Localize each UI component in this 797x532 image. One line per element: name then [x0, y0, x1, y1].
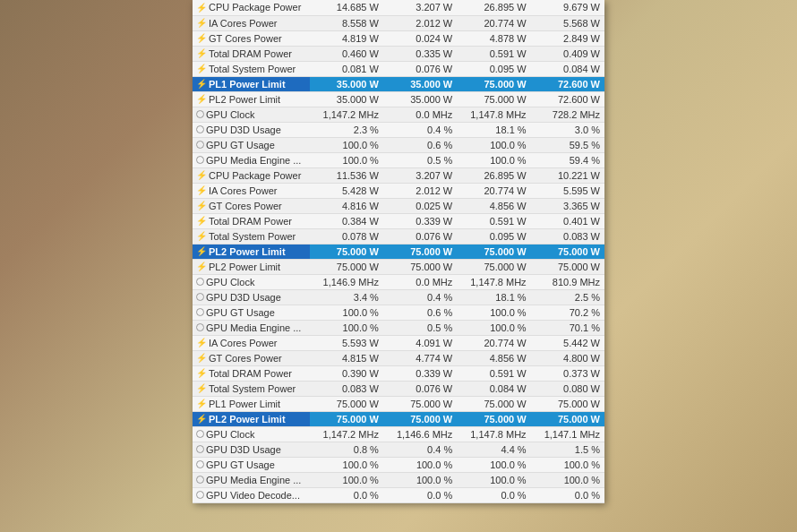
row-label: GPU GT Usage: [206, 307, 275, 318]
value-cell: 0.4 %: [383, 289, 457, 305]
table-row: ⚡IA Cores Power5.428 W2.012 W20.774 W5.5…: [193, 183, 604, 198]
label-cell: GPU Media Engine ...: [193, 152, 310, 167]
value-cell: 0.080 W: [531, 381, 604, 396]
label-cell: GPU Media Engine ...: [193, 472, 310, 487]
table-row: ⚡GT Cores Power4.819 W0.024 W4.878 W2.84…: [193, 30, 604, 46]
circle-icon: [196, 156, 204, 164]
circle-icon: [196, 476, 204, 484]
value-cell: 59.4 %: [531, 152, 604, 167]
circle-icon: [196, 323, 204, 331]
table-row: ⚡GT Cores Power4.816 W0.025 W4.856 W3.36…: [193, 198, 604, 213]
lightning-icon: ⚡: [196, 79, 207, 89]
value-cell: 0.339 W: [383, 365, 457, 381]
value-cell: 0.6 %: [383, 137, 457, 152]
value-cell: 0.591 W: [457, 46, 530, 61]
table-row: ⚡IA Cores Power5.593 W4.091 W20.774 W5.4…: [193, 335, 604, 350]
label-cell: ⚡PL2 Power Limit: [193, 244, 310, 259]
label-cell: ⚡Total DRAM Power: [193, 365, 310, 381]
table-row: GPU GT Usage100.0 %0.6 %100.0 %70.2 %: [193, 305, 604, 320]
value-cell: 75.000 W: [457, 396, 530, 411]
value-cell: 4.091 W: [383, 335, 457, 350]
value-cell: 18.1 %: [457, 289, 530, 305]
value-cell: 35.000 W: [310, 76, 383, 91]
value-cell: 1,147.8 MHz: [457, 107, 530, 122]
value-cell: 0.0 MHz: [383, 274, 457, 289]
label-cell: ⚡Total DRAM Power: [193, 46, 310, 61]
data-table: ⚡CPU Package Power14.685 W3.207 W26.895 …: [193, 0, 604, 503]
value-cell: 100.0 %: [457, 152, 530, 167]
value-cell: 2.849 W: [531, 30, 604, 46]
lightning-icon: ⚡: [196, 383, 207, 393]
row-label: GT Cores Power: [209, 353, 282, 364]
value-cell: 1,146.9 MHz: [310, 274, 383, 289]
value-cell: 0.0 %: [457, 487, 530, 502]
label-cell: ⚡PL2 Power Limit: [193, 91, 310, 107]
value-cell: 75.000 W: [531, 396, 604, 411]
circle-icon: [196, 491, 204, 499]
value-cell: 0.024 W: [383, 30, 457, 46]
value-cell: 14.685 W: [310, 0, 383, 15]
data-table-container: ⚡CPU Package Power14.685 W3.207 W26.895 …: [193, 0, 604, 503]
value-cell: 3.207 W: [383, 0, 457, 15]
value-cell: 0.335 W: [383, 46, 457, 61]
row-label: PL2 Power Limit: [209, 246, 286, 257]
value-cell: 1,147.1 MHz: [531, 426, 604, 442]
value-cell: 75.000 W: [310, 411, 383, 426]
row-label: Total DRAM Power: [209, 48, 292, 59]
value-cell: 0.076 W: [383, 381, 457, 396]
value-cell: 26.895 W: [457, 167, 530, 183]
value-cell: 0.0 %: [531, 487, 604, 502]
value-cell: 4.856 W: [457, 350, 530, 365]
value-cell: 75.000 W: [457, 411, 530, 426]
value-cell: 5.442 W: [531, 335, 604, 350]
value-cell: 3.365 W: [531, 198, 604, 213]
label-cell: ⚡IA Cores Power: [193, 335, 310, 350]
table-row: ⚡Total DRAM Power0.460 W0.335 W0.591 W0.…: [193, 46, 604, 61]
value-cell: 72.600 W: [531, 76, 604, 91]
row-label: GPU Media Engine ...: [206, 475, 301, 485]
label-cell: GPU Clock: [193, 274, 310, 289]
value-cell: 100.0 %: [457, 472, 530, 487]
row-label: PL2 Power Limit: [209, 414, 286, 425]
row-label: GPU D3D Usage: [206, 444, 281, 455]
row-label: GT Cores Power: [209, 201, 282, 211]
row-label: GPU Clock: [206, 277, 254, 287]
row-label: GPU Video Decode...: [206, 490, 300, 501]
table-row: ⚡PL1 Power Limit35.000 W35.000 W75.000 W…: [193, 76, 604, 91]
row-label: PL1 Power Limit: [209, 79, 286, 90]
value-cell: 75.000 W: [310, 259, 383, 274]
label-cell: ⚡GT Cores Power: [193, 30, 310, 46]
circle-icon: [196, 445, 204, 453]
value-cell: 0.591 W: [457, 213, 530, 228]
table-row: ⚡GT Cores Power4.815 W4.774 W4.856 W4.80…: [193, 350, 604, 365]
value-cell: 0.401 W: [531, 213, 604, 228]
circle-icon: [196, 293, 204, 301]
lightning-icon: ⚡: [196, 170, 207, 180]
lightning-icon: ⚡: [196, 64, 207, 73]
label-cell: ⚡GT Cores Power: [193, 350, 310, 365]
value-cell: 4.774 W: [383, 350, 457, 365]
value-cell: 75.000 W: [457, 91, 530, 107]
value-cell: 35.000 W: [383, 91, 457, 107]
value-cell: 59.5 %: [531, 137, 604, 152]
value-cell: 0.0 %: [310, 487, 383, 502]
value-cell: 3.0 %: [531, 122, 604, 137]
label-cell: GPU GT Usage: [193, 137, 310, 152]
label-cell: ⚡Total System Power: [193, 61, 310, 76]
row-label: IA Cores Power: [209, 338, 277, 348]
table-row: GPU Media Engine ...100.0 %100.0 %100.0 …: [193, 472, 604, 487]
lightning-icon: ⚡: [196, 94, 207, 104]
value-cell: 75.000 W: [531, 244, 604, 259]
value-cell: 100.0 %: [383, 472, 457, 487]
table-row: ⚡IA Cores Power8.558 W2.012 W20.774 W5.5…: [193, 15, 604, 30]
value-cell: 0.081 W: [310, 61, 383, 76]
value-cell: 9.679 W: [531, 0, 604, 15]
value-cell: 0.384 W: [310, 213, 383, 228]
value-cell: 75.000 W: [383, 259, 457, 274]
value-cell: 5.428 W: [310, 183, 383, 198]
value-cell: 100.0 %: [383, 457, 457, 472]
value-cell: 0.4 %: [383, 442, 457, 457]
label-cell: GPU GT Usage: [193, 305, 310, 320]
table-row: ⚡CPU Package Power11.536 W3.207 W26.895 …: [193, 167, 604, 183]
label-cell: ⚡PL2 Power Limit: [193, 259, 310, 274]
